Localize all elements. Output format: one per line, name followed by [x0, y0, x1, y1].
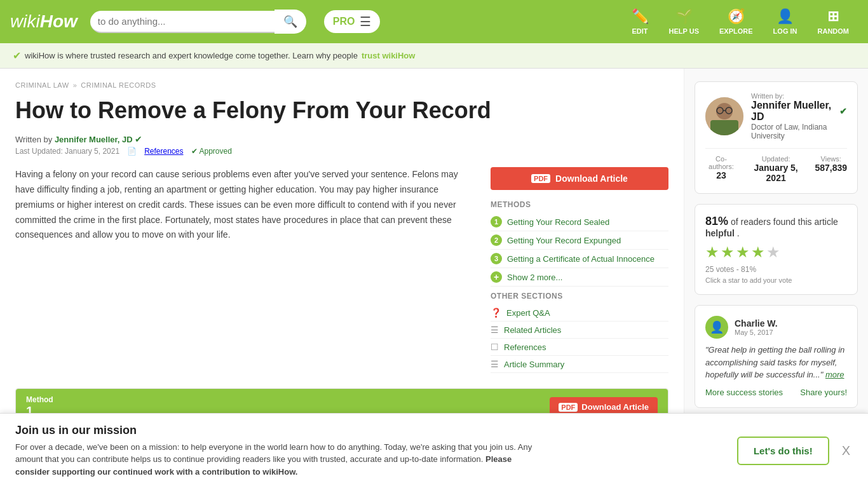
toc-method-2-label: Getting Your Record Expunged: [507, 236, 621, 245]
author-name-sidebar: Jennifer Mueller, JD ✔: [751, 100, 847, 123]
nav-login[interactable]: 👤 LOG IN: [764, 3, 806, 40]
list-icon-references: ☐: [491, 342, 499, 352]
article-intro: Having a felony on your record can cause…: [15, 167, 473, 243]
toc-show-more-label: Show 2 more...: [507, 273, 562, 282]
verified-icon: ✔: [839, 106, 847, 116]
star-3[interactable]: ★: [736, 243, 750, 261]
reviewer-date: May 5, 2017: [735, 329, 778, 336]
reviewer-info: Charlie W. May 5, 2017: [735, 318, 778, 336]
pro-label: PRO: [333, 16, 355, 27]
banner-close-button[interactable]: X: [839, 441, 853, 461]
banner-title: Join us in our mission: [15, 424, 722, 437]
logo-link[interactable]: wikiHow: [10, 11, 78, 32]
question-icon: ❓: [491, 308, 501, 318]
toc-num-1: 1: [491, 216, 502, 227]
views-value: 587,839: [815, 163, 847, 173]
toc-method-3[interactable]: 3 Getting a Certificate of Actual Innoce…: [491, 250, 668, 268]
search-bar: 🔍: [90, 10, 306, 34]
votes-text: 25 votes - 81%: [705, 265, 847, 274]
review-text: "Great help in getting the ball rolling …: [705, 344, 847, 381]
star-1[interactable]: ★: [705, 243, 719, 261]
toc-expert-qa[interactable]: ❓ Expert Q&A: [491, 304, 668, 322]
banner-content: Join us in our mission For over a decade…: [15, 424, 722, 478]
svg-point-1: [716, 103, 733, 119]
pdf-icon-top: PDF: [531, 174, 550, 183]
toc-summary-label: Article Summary: [504, 360, 564, 369]
toc-related-label: Related Articles: [504, 325, 561, 335]
hamburger-icon: ☰: [360, 14, 371, 29]
svg-rect-2: [710, 120, 738, 135]
share-yours-link[interactable]: Share yours!: [800, 388, 847, 397]
review-more-link[interactable]: more: [825, 370, 844, 379]
author-info: Written by: Jennifer Mueller, JD ✔ Docto…: [751, 92, 847, 140]
nav-random[interactable]: ⊞ RANDOM: [809, 3, 858, 40]
toc-method-1[interactable]: 1 Getting Your Record Sealed: [491, 213, 668, 231]
logo-wiki: wiki: [10, 11, 40, 32]
toc-methods-section: METHODS 1 Getting Your Record Sealed 2 G…: [491, 200, 668, 287]
references-link[interactable]: References: [144, 147, 183, 156]
help-icon: 🌱: [675, 8, 693, 25]
toc-num-3: 3: [491, 253, 502, 264]
article-title: How to Remove a Felony From Your Record: [15, 97, 668, 124]
coauthors-value: 23: [705, 170, 737, 180]
pdf-icon-method: PDF: [559, 403, 578, 412]
toc-article-summary[interactable]: ☰ Article Summary: [491, 356, 668, 373]
other-sections-label: OTHER SECTIONS: [491, 292, 668, 301]
download-label-top: Download Article: [555, 173, 628, 184]
breadcrumb-criminal-law[interactable]: CRIMINAL LAW: [15, 81, 69, 89]
nav-random-label: RANDOM: [818, 27, 850, 35]
toc-method-2[interactable]: 2 Getting Your Record Expunged: [491, 231, 668, 250]
toc-method-1-label: Getting Your Record Sealed: [507, 217, 609, 227]
search-button[interactable]: 🔍: [275, 10, 306, 34]
updated-label: Updated:: [747, 155, 805, 163]
author-card-header: Written by: Jennifer Mueller, JD ✔ Docto…: [705, 92, 847, 140]
stat-updated: Updated: January 5, 2021: [747, 155, 805, 183]
star-4[interactable]: ★: [751, 243, 765, 261]
nav-help-us[interactable]: 🌱 HELP US: [660, 3, 708, 40]
star-2[interactable]: ★: [721, 243, 735, 261]
review-card: 👤 Charlie W. May 5, 2017 "Great help in …: [695, 305, 858, 408]
toc-num-2: 2: [491, 234, 502, 246]
star-rating: ★ ★ ★ ★ ★: [705, 243, 847, 261]
site-header: wikiHow 🔍 PRO ☰ ✏️ EDIT 🌱 HELP US 🧭 EXPL…: [0, 0, 868, 43]
nav-bar: ✏️ EDIT 🌱 HELP US 🧭 EXPLORE 👤 LOG IN ⊞ R…: [623, 3, 858, 40]
edit-icon: ✏️: [632, 8, 649, 25]
nav-help-label: HELP US: [669, 27, 699, 35]
star-5[interactable]: ★: [766, 243, 780, 261]
author-link[interactable]: Jennifer Mueller, JD: [55, 135, 133, 144]
toc-references[interactable]: ☐ References: [491, 339, 668, 356]
rating-text: 81% of readers found this article helpfu…: [705, 215, 847, 238]
content-row: Having a felony on your record can cause…: [15, 167, 668, 378]
breadcrumb-criminal-records[interactable]: CRIMINAL RECORDS: [81, 81, 156, 89]
banner-text: For over a decade, we've been on a missi…: [15, 441, 536, 478]
toc-show-more[interactable]: + Show 2 more...: [491, 268, 668, 287]
toc-references-label: References: [504, 342, 546, 352]
stat-views: Views: 587,839: [815, 155, 847, 183]
breadcrumb-separator: »: [73, 81, 78, 89]
trust-link[interactable]: trust wikiHow: [362, 51, 416, 60]
banner-cta-button[interactable]: Let's do this!: [737, 437, 829, 465]
download-article-button-top[interactable]: PDF Download Article: [491, 167, 668, 190]
pro-badge[interactable]: PRO ☰: [324, 10, 381, 33]
author-line: Written by Jennifer Mueller, JD ✔: [15, 134, 668, 144]
avatar-svg: [705, 97, 743, 135]
random-icon: ⊞: [827, 8, 839, 25]
toc-related-articles[interactable]: ☰ Related Articles: [491, 322, 668, 339]
breadcrumb: CRIMINAL LAW » CRIMINAL RECORDS: [15, 81, 668, 89]
author-card: Written by: Jennifer Mueller, JD ✔ Docto…: [695, 81, 858, 194]
list-icon-summary: ☰: [491, 359, 499, 369]
more-stories-link[interactable]: More success stories: [705, 388, 783, 397]
click-star-text: Click a star to add your vote: [705, 276, 847, 284]
rating-card: 81% of readers found this article helpfu…: [695, 204, 858, 295]
last-updated: Last Updated: January 5, 2021: [15, 147, 119, 156]
nav-explore[interactable]: 🧭 EXPLORE: [710, 3, 762, 40]
nav-explore-label: EXPLORE: [719, 27, 753, 35]
author-avatar: [705, 97, 743, 135]
nav-edit[interactable]: ✏️ EDIT: [623, 3, 658, 40]
author-stats: Co-authors: 23 Updated: January 5, 2021 …: [705, 148, 847, 183]
approved-badge: ✔ Approved: [191, 147, 232, 156]
toc-expert-qa-label: Expert Q&A: [506, 308, 550, 318]
approved-label: Approved: [200, 147, 232, 156]
search-input[interactable]: [90, 11, 275, 33]
nav-edit-label: EDIT: [632, 27, 648, 35]
